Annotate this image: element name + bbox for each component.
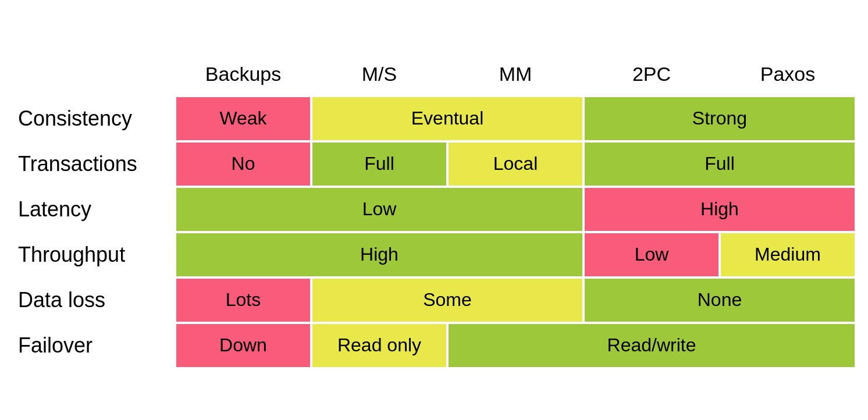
- header-mm: MM: [447, 52, 584, 96]
- header-paxos: Paxos: [720, 52, 856, 96]
- transactions-mm: Local: [447, 141, 584, 187]
- transactions-2pc-paxos: Full: [584, 141, 856, 187]
- throughput-2pc: Low: [584, 232, 720, 277]
- dataloss-2pc-paxos: None: [584, 277, 856, 323]
- transactions-backups: No: [175, 141, 311, 187]
- comparison-table: Backups M/S MM 2PC Paxos Consistency Wea…: [12, 52, 856, 368]
- header-empty: [12, 52, 175, 96]
- latency-2pc-paxos: High: [584, 187, 856, 232]
- row-label-transactions: Transactions: [12, 141, 175, 187]
- failover-mm-2pc-paxos: Read/write: [447, 323, 856, 368]
- consistency-backups: Weak: [175, 96, 311, 141]
- dataloss-ms-mm: Some: [311, 277, 584, 323]
- throughput-paxos: Medium: [720, 232, 856, 277]
- row-label-dataloss: Data loss: [12, 277, 175, 323]
- header-2pc: 2PC: [584, 52, 720, 96]
- latency-backups-ms-mm: Low: [175, 187, 584, 232]
- failover-ms: Read only: [311, 323, 447, 368]
- row-label-latency: Latency: [12, 187, 175, 232]
- throughput-backups-ms-mm: High: [175, 232, 584, 277]
- failover-backups: Down: [175, 323, 311, 368]
- table-grid: Backups M/S MM 2PC Paxos Consistency Wea…: [12, 52, 856, 368]
- consistency-2pc-paxos: Strong: [584, 96, 856, 141]
- consistency-ms-mm: Eventual: [311, 96, 584, 141]
- header-backups: Backups: [175, 52, 311, 96]
- transactions-ms: Full: [311, 141, 447, 187]
- row-label-throughput: Throughput: [12, 232, 175, 277]
- row-label-consistency: Consistency: [12, 96, 175, 141]
- row-label-failover: Failover: [12, 323, 175, 368]
- dataloss-backups: Lots: [175, 277, 311, 323]
- header-ms: M/S: [311, 52, 447, 96]
